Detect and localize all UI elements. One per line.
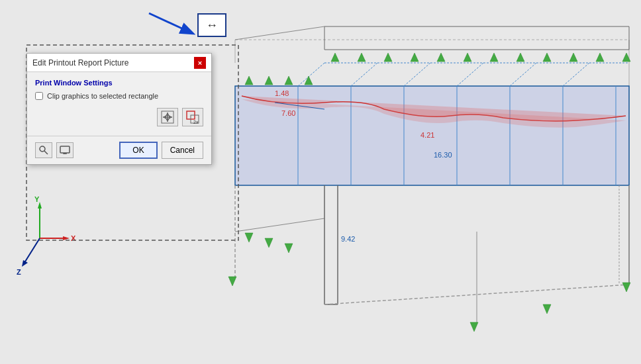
section-label: Print Window Settings	[35, 79, 203, 87]
svg-point-84	[40, 146, 45, 152]
svg-marker-80	[169, 115, 172, 119]
svg-text:X: X	[71, 234, 76, 242]
monitor-button[interactable]	[56, 142, 74, 158]
svg-text:1.48: 1.48	[275, 89, 289, 97]
ok-button[interactable]: OK	[119, 142, 157, 159]
checkbox-row: Clip graphics to selected rectangle	[35, 92, 203, 100]
svg-text:Z: Z	[17, 268, 21, 276]
monitor-icon	[60, 145, 70, 156]
dialog-footer: OK Cancel	[27, 136, 211, 164]
scale-icon-button[interactable]: 2x	[182, 108, 203, 126]
cancel-button[interactable]: Cancel	[162, 142, 203, 159]
svg-line-85	[44, 151, 48, 154]
svg-text:7.60: 7.60	[281, 109, 295, 117]
svg-rect-86	[60, 146, 70, 153]
clip-graphics-label: Clip graphics to selected rectangle	[47, 92, 158, 100]
dialog-title: Edit Printout Report Picture	[32, 58, 128, 68]
svg-text:16.30: 16.30	[434, 151, 452, 159]
clip-graphics-checkbox[interactable]	[35, 92, 43, 100]
svg-marker-79	[163, 115, 166, 119]
search-icon	[38, 145, 49, 156]
svg-text:4.21: 4.21	[420, 131, 434, 139]
search-button[interactable]	[35, 142, 52, 158]
icon-row: 2x	[35, 108, 203, 126]
dialog-close-button[interactable]: ×	[194, 57, 206, 69]
svg-text:2x: 2x	[193, 120, 199, 124]
dialog-titlebar: Edit Printout Report Picture ×	[27, 54, 211, 72]
edit-printout-dialog: Edit Printout Report Picture × Print Win…	[26, 53, 212, 165]
dialog-body: Print Window Settings Clip graphics to s…	[27, 72, 211, 136]
scale-icon: 2x	[185, 110, 200, 124]
svg-text:9.42: 9.42	[341, 235, 355, 243]
blue-arrow	[129, 7, 209, 46]
move-icon-button[interactable]	[157, 108, 178, 126]
svg-text:Y: Y	[34, 195, 40, 203]
move-icon	[160, 110, 175, 124]
